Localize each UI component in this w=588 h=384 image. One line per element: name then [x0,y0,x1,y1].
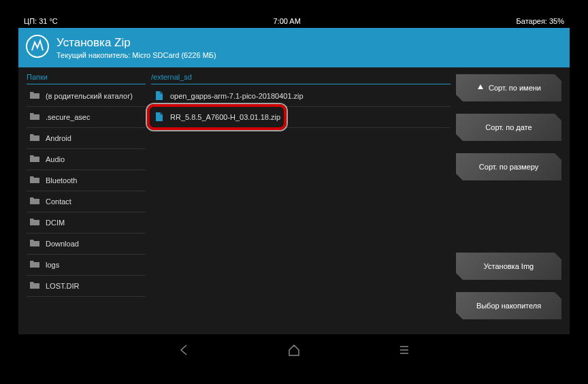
folder-item[interactable]: logs [27,255,146,276]
folder-label: LOST.DIR [46,282,80,290]
folder-item[interactable]: DCIM [27,212,146,234]
folder-icon [29,259,40,270]
home-icon[interactable] [287,342,301,360]
sort-date-label: Сорт. по дате [485,123,532,131]
sort-by-size-button[interactable]: Сорт. по размеру [456,153,561,180]
folder-icon [29,175,40,186]
folder-item[interactable]: Download [27,234,146,255]
path-label: /external_sd [151,73,451,84]
nav-bar [18,334,570,368]
folder-label: Bluetooth [46,176,77,185]
storage-subtitle: Текущий накопитель: Micro SDCard (6226 М… [56,51,216,59]
select-storage-button[interactable]: Выбор накопителя [456,292,561,319]
sort-by-date-button[interactable]: Сорт. по дате [456,114,561,141]
install-img-button[interactable]: Установка Img [456,253,561,280]
status-bar: ЦП: 31 °C 7:00 AM Батарея: 35% [18,14,570,28]
folder-label: logs [46,261,59,269]
file-label: open_gapps-arm-7.1-pico-20180401.zip [170,92,304,100]
folder-icon [29,238,40,249]
folder-icon [29,154,40,165]
page-title: Установка Zip [56,36,216,50]
folder-label: Contact [46,197,71,206]
select-storage-label: Выбор накопителя [476,302,541,310]
battery-status: Батарея: 35% [517,17,564,25]
folder-icon [29,112,40,123]
folder-icon [29,281,40,291]
clock: 7:00 AM [58,17,517,25]
install-img-label: Установка Img [484,262,534,270]
file-icon [155,91,163,102]
folder-label: .secure_asec [46,113,90,121]
sort-name-label: Сорт. по имени [489,84,541,92]
file-item[interactable]: RR_5.8.5_A7600-H_03.01.18.zip [151,107,451,128]
folder-list[interactable]: (в родительский каталог).secure_asecAndr… [27,86,146,319]
folder-item[interactable]: Android [27,128,146,149]
header: Установка Zip Текущий накопитель: Micro … [18,28,570,67]
folder-item[interactable]: Contact [27,191,146,212]
folder-label: Android [46,134,71,142]
twrp-logo-icon [25,34,50,61]
cpu-temp: ЦП: 31 °C [24,17,58,25]
menu-icon[interactable] [397,342,412,360]
folder-item[interactable]: Bluetooth [27,170,146,191]
folder-icon [29,196,40,207]
sort-icon [476,83,485,93]
back-icon[interactable] [176,342,191,360]
folder-icon [29,91,40,101]
folder-label: Download [46,240,79,248]
folder-item[interactable]: .secure_asec [27,107,146,128]
folder-parent[interactable]: (в родительский каталог) [27,86,146,107]
folder-label: (в родительский каталог) [46,92,133,100]
folder-label: DCIM [46,219,65,227]
folder-icon [29,133,40,144]
file-label: RR_5.8.5_A7600-H_03.01.18.zip [170,113,280,121]
folders-label: Папки [27,73,146,84]
file-item[interactable]: open_gapps-arm-7.1-pico-20180401.zip [151,86,451,107]
file-icon [155,112,163,123]
file-list[interactable]: open_gapps-arm-7.1-pico-20180401.zipRR_5… [151,86,451,128]
folder-label: Audio [46,155,65,163]
folder-item[interactable]: Audio [27,149,146,170]
folder-icon [29,217,40,228]
sort-size-label: Сорт. по размеру [479,163,538,171]
folder-item[interactable]: LOST.DIR [27,276,146,297]
sort-by-name-button[interactable]: Сорт. по имени [456,74,561,101]
